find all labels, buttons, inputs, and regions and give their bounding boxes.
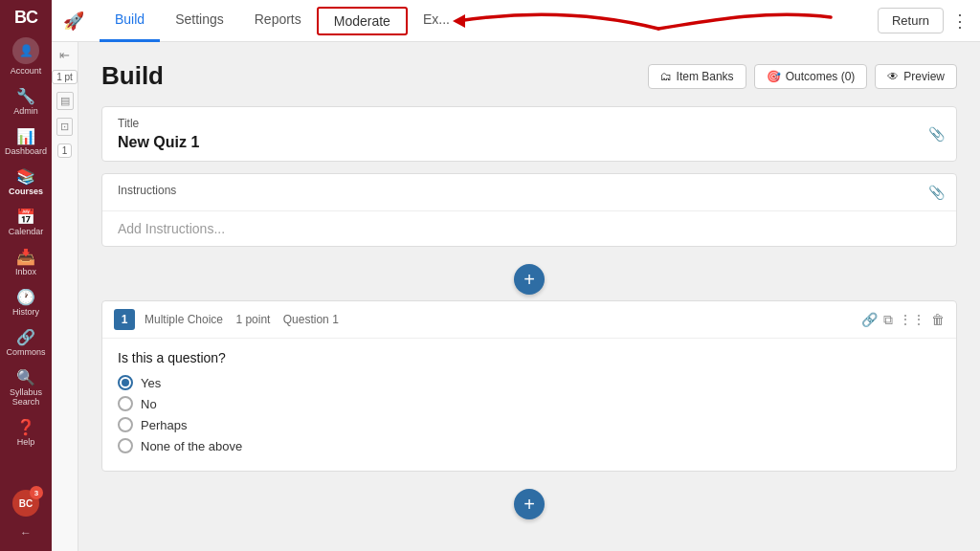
tab-reports[interactable]: Reports: [239, 0, 317, 42]
question-header: 1 Multiple Choice 1 point Question 1 🔗 ⧉…: [102, 301, 956, 339]
sidebar-item-label: Commons: [6, 347, 45, 357]
instructions-card: Instructions 📎 Add Instructions...: [101, 173, 957, 247]
commons-icon: 🔗: [16, 328, 35, 346]
title-card: Title New Quiz 1 📎: [101, 106, 957, 162]
instructions-placeholder: Add Instructions...: [118, 221, 941, 236]
panel-icon-1[interactable]: ▤: [56, 92, 74, 110]
sidebar-item-label: Calendar: [9, 227, 44, 236]
question-drag-icon[interactable]: ⋮⋮: [899, 312, 925, 328]
add-item-container-2: +: [101, 483, 957, 525]
option-yes[interactable]: Yes: [118, 375, 941, 390]
notification-badge: 3: [30, 486, 43, 499]
syllabus-icon: 🔍: [16, 368, 35, 386]
topnav-wrapper: 🚀 Build Settings Reports Moderate Ex... …: [52, 0, 980, 42]
sidebar-item-dashboard[interactable]: 📊 Dashboard: [0, 121, 52, 162]
sidebar-item-calendar[interactable]: 📅 Calendar: [0, 202, 52, 242]
question-num-badge: 1: [57, 143, 73, 158]
question-text: Is this a question?: [118, 350, 941, 365]
tab-moderate[interactable]: Moderate: [317, 7, 408, 35]
question-id: Question 1: [283, 313, 339, 326]
tab-build[interactable]: Build: [100, 0, 160, 42]
help-icon: ❓: [16, 418, 35, 436]
quiz-area: Build 🗂 Item Banks 🎯 Outcomes (0) 👁 Prev…: [78, 42, 980, 551]
sidebar-bottom: BC 3 ←: [12, 484, 39, 551]
option-perhaps[interactable]: Perhaps: [118, 417, 941, 432]
sidebar-item-label: History: [12, 307, 39, 317]
avatar: 👤: [12, 37, 39, 64]
sidebar-item-account[interactable]: 👤 Account: [0, 32, 52, 81]
history-icon: 🕐: [16, 288, 35, 306]
instructions-edit-icon[interactable]: 📎: [928, 185, 945, 200]
sidebar-item-help[interactable]: ❓ Help: [0, 412, 52, 452]
sidebar-item-label: Help: [17, 437, 35, 447]
option-yes-text: Yes: [141, 376, 161, 390]
title-edit-icon[interactable]: 📎: [928, 126, 945, 142]
topnav-tabs: Build Settings Reports Moderate Ex...: [100, 0, 878, 42]
question-block: 1 Multiple Choice 1 point Question 1 🔗 ⧉…: [101, 300, 957, 472]
option-no-text: No: [141, 397, 157, 411]
question-meta: Multiple Choice 1 point Question 1: [145, 313, 852, 326]
add-item-button-2[interactable]: +: [514, 489, 545, 519]
question-points: 1 point: [235, 313, 270, 326]
outcomes-icon: 🎯: [767, 70, 781, 83]
title-label: Title: [118, 117, 941, 130]
sidebar-item-label: Courses: [9, 187, 43, 196]
question-link-icon[interactable]: 🔗: [861, 312, 878, 328]
sidebar-item-profile[interactable]: BC 3: [12, 484, 39, 522]
collapse-icon[interactable]: ⇤: [59, 48, 70, 62]
sidebar-item-commons[interactable]: 🔗 Commons: [0, 322, 52, 363]
question-type: Multiple Choice: [145, 313, 223, 326]
radio-yes: [118, 375, 133, 390]
sidebar-item-label: Inbox: [15, 267, 36, 276]
preview-icon: 👁: [887, 70, 899, 83]
sidebar-item-label: Syllabus Search: [0, 387, 52, 407]
topnav-right: Return ⋮: [878, 8, 969, 33]
preview-button[interactable]: 👁 Preview: [875, 64, 957, 89]
dashboard-icon: 📊: [16, 127, 35, 145]
sidebar-item-inbox[interactable]: 📥 Inbox: [0, 242, 52, 282]
item-banks-button[interactable]: 🗂 Item Banks: [648, 64, 746, 89]
sidebar-item-admin[interactable]: 🔧 Admin: [0, 81, 52, 121]
inbox-icon: 📥: [16, 248, 35, 266]
radio-none: [118, 438, 133, 453]
instructions-placeholder-section[interactable]: Add Instructions...: [102, 211, 956, 246]
points-badge: 1 pt: [52, 70, 78, 84]
sidebar-logo: BC: [14, 0, 37, 32]
tab-extra[interactable]: Ex...: [408, 0, 465, 42]
add-item-button-1[interactable]: +: [514, 264, 545, 295]
panel-icon-2[interactable]: ⊡: [56, 118, 73, 136]
radio-no: [118, 396, 133, 411]
add-item-container-1: +: [101, 258, 957, 300]
sidebar-item-syllabus[interactable]: 🔍 Syllabus Search: [0, 363, 52, 412]
radio-perhaps: [118, 417, 133, 432]
sidebar-item-history[interactable]: 🕐 History: [0, 282, 52, 322]
item-banks-icon: 🗂: [660, 70, 672, 83]
question-delete-icon[interactable]: 🗑: [931, 312, 945, 328]
more-options-button[interactable]: ⋮: [951, 11, 969, 32]
sidebar-collapse-arrow[interactable]: ←: [20, 522, 32, 543]
sidebar-item-label: Dashboard: [5, 146, 47, 156]
quiz-actions: 🗂 Item Banks 🎯 Outcomes (0) 👁 Preview: [648, 64, 957, 89]
main-area: 🚀 Build Settings Reports Moderate Ex... …: [52, 0, 980, 551]
left-icon-strip: ⇤ 1 pt ▤ ⊡ 1: [52, 42, 78, 551]
option-no[interactable]: No: [118, 396, 941, 411]
title-section[interactable]: Title New Quiz 1 📎: [102, 107, 956, 161]
sidebar: BC 👤 Account 🔧 Admin 📊 Dashboard 📚 Cours…: [0, 0, 52, 551]
topnav: 🚀 Build Settings Reports Moderate Ex... …: [52, 0, 980, 42]
option-perhaps-text: Perhaps: [141, 418, 187, 432]
sidebar-item-courses[interactable]: 📚 Courses: [0, 162, 52, 202]
tab-settings[interactable]: Settings: [160, 0, 239, 42]
rocket-icon[interactable]: 🚀: [63, 11, 84, 32]
sidebar-item-label: Admin: [13, 106, 38, 116]
option-none-text: None of the above: [141, 439, 242, 453]
admin-icon: 🔧: [16, 87, 35, 105]
question-body: Is this a question? Yes No: [102, 339, 956, 471]
calendar-icon: 📅: [16, 208, 35, 226]
instructions-section[interactable]: Instructions 📎: [102, 174, 956, 211]
courses-icon: 📚: [16, 167, 35, 186]
outcomes-button[interactable]: 🎯 Outcomes (0): [754, 64, 868, 89]
question-copy-icon[interactable]: ⧉: [883, 312, 893, 328]
return-button[interactable]: Return: [878, 8, 944, 33]
question-number: 1: [114, 309, 135, 330]
option-none[interactable]: None of the above: [118, 438, 941, 453]
